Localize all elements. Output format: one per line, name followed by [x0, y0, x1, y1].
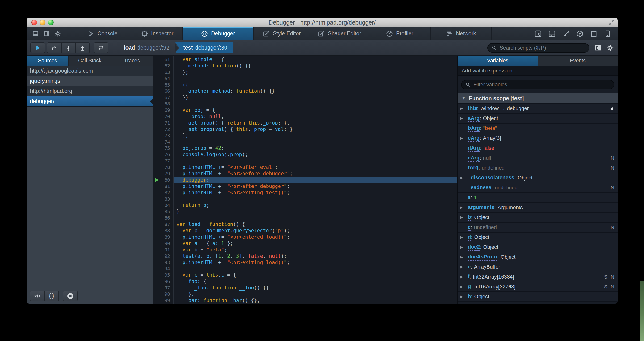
line-number[interactable]: 97 [153, 285, 174, 291]
step-in-button[interactable] [61, 42, 76, 53]
source-item[interactable]: debugger/ [27, 96, 153, 106]
expand-arrow-icon[interactable]: ▶ [460, 106, 468, 110]
line-number[interactable]: 62 [153, 63, 174, 69]
expand-arrow-icon[interactable]: ▶ [460, 255, 468, 259]
tab-sources[interactable]: Sources [27, 56, 69, 66]
dock-side-icon[interactable] [44, 30, 50, 37]
line-number[interactable]: 84 [153, 202, 174, 208]
variable-row[interactable]: ▶d: Object [458, 232, 618, 242]
source-group[interactable]: http://ajax.googleapis.com [27, 66, 153, 76]
toggle-tracing-button[interactable] [94, 42, 108, 53]
source-item[interactable]: jquery.min.js [27, 76, 153, 86]
code-editor[interactable]: 61 var simple = {62 method: function() {… [153, 56, 457, 304]
variable-row[interactable]: fArg: undefinedN [458, 163, 618, 173]
line-number[interactable]: 81 [153, 183, 174, 190]
variable-row[interactable]: _sadness: undefinedN [458, 183, 618, 193]
variable-row[interactable]: c: undefinedN [458, 222, 618, 232]
expand-arrow-icon[interactable]: ▶ [460, 215, 468, 220]
variable-row[interactable]: dArg: false [458, 144, 618, 153]
step-out-button[interactable] [75, 42, 90, 53]
expand-arrow-icon[interactable]: ▶ [460, 116, 468, 120]
debugger-settings-gear-icon[interactable] [607, 44, 614, 52]
toggle-panes-icon[interactable] [594, 44, 602, 52]
gear-icon[interactable] [54, 30, 61, 37]
line-number[interactable]: 75 [153, 145, 174, 152]
line-number[interactable]: 70 [153, 114, 174, 120]
close-button[interactable] [31, 20, 37, 25]
line-number[interactable]: 82 [153, 190, 174, 196]
line-number[interactable]: 73 [153, 132, 174, 139]
line-number[interactable]: 77 [153, 158, 174, 164]
expand-arrow-icon[interactable]: ▶ [460, 206, 468, 210]
scratchpad-icon[interactable] [590, 30, 598, 38]
minimize-button[interactable] [40, 20, 45, 25]
line-number[interactable]: 67 [153, 94, 174, 101]
line-number[interactable]: 88 [153, 228, 174, 234]
expand-arrow-icon[interactable]: ▶ [460, 235, 468, 239]
tab-profiler[interactable]: Profiler [369, 27, 430, 40]
variable-row[interactable]: ▶_disconsolateness: Object [458, 173, 618, 183]
source-group[interactable]: http://htmlpad.org [27, 86, 153, 96]
expand-arrow-icon[interactable]: ▶ [460, 245, 468, 249]
expand-arrow-icon[interactable]: ▶ [460, 265, 468, 269]
pause-on-exceptions-button[interactable] [63, 290, 78, 302]
line-number[interactable]: 63 [153, 69, 174, 76]
variable-row[interactable]: ▶arguments: Arguments [458, 203, 618, 213]
line-number[interactable]: 98 [153, 291, 174, 297]
variable-row[interactable]: eArg: nullN [458, 153, 618, 163]
tilt-3d-icon[interactable] [576, 30, 584, 38]
add-watch-expression[interactable]: Add watch expression [458, 66, 618, 76]
resize-arrows-icon[interactable] [608, 19, 615, 26]
tab-network[interactable]: Network [430, 27, 492, 40]
responsive-mode-icon[interactable] [604, 30, 612, 38]
resume-button[interactable] [30, 42, 45, 53]
line-number[interactable]: 93 [153, 260, 174, 266]
line-number[interactable]: 79 [153, 170, 174, 177]
scope-header[interactable]: ▼ Function scope [test] [458, 94, 618, 104]
split-console-icon[interactable] [548, 30, 556, 38]
blackbox-source-button[interactable] [30, 290, 44, 302]
pretty-print-button[interactable]: {} [44, 290, 59, 302]
variable-row[interactable]: a: 1 [458, 193, 618, 203]
variable-row[interactable]: ▶h: Object [458, 292, 618, 302]
variable-row[interactable]: ▶cArg: Array[3] [458, 134, 618, 144]
variable-row[interactable]: ▶aArg: Object [458, 114, 618, 124]
tab-shader-editor[interactable]: Shader Editor [310, 27, 369, 40]
variable-row[interactable]: ▶docAsProto: Object [458, 252, 618, 262]
tab-events[interactable]: Events [538, 56, 618, 66]
line-number[interactable]: 86 [153, 215, 174, 221]
tab-inspector[interactable]: Inspector [132, 27, 183, 40]
tab-variables[interactable]: Variables [458, 56, 538, 66]
line-number[interactable]: 99 [153, 297, 174, 304]
paint-brush-icon[interactable] [562, 30, 570, 38]
variable-filter-input[interactable] [473, 81, 610, 88]
line-number[interactable]: 95 [153, 272, 174, 278]
stack-frame[interactable]: loaddebugger/:92 [118, 42, 175, 53]
line-number[interactable]: 94 [153, 266, 174, 272]
line-number[interactable]: 83 [153, 196, 174, 202]
line-number[interactable]: 64 [153, 76, 174, 82]
line-number[interactable]: 80 [153, 177, 174, 183]
line-number[interactable]: 91 [153, 247, 174, 253]
dock-bottom-icon[interactable] [32, 30, 39, 37]
line-number[interactable]: 89 [153, 234, 174, 240]
tab-traces[interactable]: Traces [111, 56, 153, 66]
line-number[interactable]: 68 [153, 101, 174, 107]
variable-row[interactable]: ▶e: ArrayBuffer [458, 262, 618, 272]
tab-debugger[interactable]: Debugger [183, 27, 254, 40]
variable-row[interactable]: bArg: "beta" [458, 124, 618, 134]
line-number[interactable]: 92 [153, 253, 174, 260]
line-number[interactable]: 90 [153, 240, 174, 247]
expand-arrow-icon[interactable]: ▶ [460, 176, 468, 180]
stack-frame[interactable]: testdebugger/:80 [175, 42, 233, 53]
line-number[interactable]: 74 [153, 139, 174, 145]
line-number[interactable]: 87 [153, 221, 174, 228]
script-search-input[interactable] [499, 44, 585, 51]
line-number[interactable]: 66 [153, 88, 174, 94]
variable-row[interactable]: ▶b: Object [458, 213, 618, 222]
expand-arrow-icon[interactable]: ▶ [460, 275, 468, 279]
titlebar[interactable]: Debugger - http://htmlpad.org/debugger/ [27, 18, 618, 27]
line-number[interactable]: 71 [153, 120, 174, 126]
pick-element-icon[interactable] [534, 30, 542, 38]
tab-style-editor[interactable]: Style Editor [254, 27, 310, 40]
